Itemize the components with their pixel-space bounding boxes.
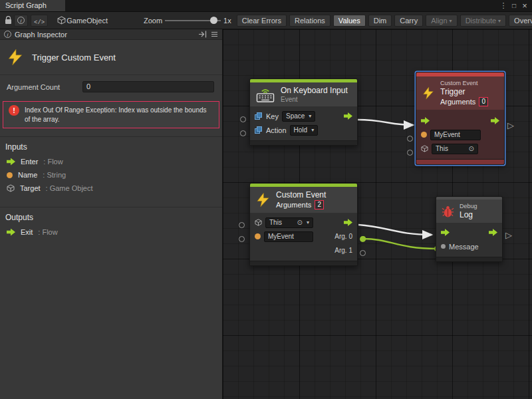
zoom-slider[interactable]	[165, 15, 221, 27]
node-on-keyboard-input[interactable]: On Keyboard Input Event Key Space Action…	[249, 78, 358, 146]
flow-input-port[interactable]	[421, 117, 430, 124]
gameobject-label[interactable]: GameObject	[66, 17, 108, 25]
flow-input-port[interactable]	[441, 229, 450, 236]
message-row: Message	[436, 239, 502, 253]
target-picker-icon[interactable]: ⊙	[297, 218, 303, 227]
error-icon	[9, 105, 19, 116]
graph-inspector-panel: Graph Inspector Trigger Custom Event Arg…	[0, 29, 223, 399]
string-port-icon	[7, 172, 13, 178]
trigger-run-indicator[interactable]	[507, 121, 514, 130]
panel-menu-icon[interactable]	[211, 31, 218, 38]
arg0-output-port[interactable]	[360, 236, 366, 242]
window-menu-icon[interactable]	[498, 1, 509, 11]
flow-arrow-icon	[7, 158, 15, 166]
action-value-port[interactable]	[240, 130, 246, 136]
port-type: : Flow	[43, 158, 63, 166]
port-row-target: Target : Game Object	[7, 184, 215, 192]
customevent-name-port[interactable]	[239, 236, 245, 242]
port-name: Enter	[21, 158, 38, 166]
gameobject-cube-icon[interactable]	[421, 145, 428, 152]
lightning-bolt-icon	[7, 49, 24, 66]
node-title: Trigger	[440, 87, 488, 96]
argument-count-row: Argument Count 0	[0, 75, 222, 96]
key-type-icon	[255, 112, 263, 120]
arguments-label: Arguments	[276, 201, 311, 209]
clear-errors-button[interactable]: Clear Errors	[237, 15, 287, 27]
error-message-text: Index Out Of Range Exception: Index was …	[25, 105, 213, 124]
event-name-field[interactable]: MyEvent	[430, 130, 481, 140]
string-port-icon[interactable]	[255, 233, 261, 239]
relations-button[interactable]: Relations	[289, 15, 331, 27]
target-picker-icon[interactable]: ⊙	[469, 144, 474, 154]
graph-toolbar: GameObject Zoom 1x Clear Errors Relation…	[0, 12, 532, 29]
zoom-label: Zoom	[144, 17, 162, 25]
target-field[interactable]: This⊙	[432, 144, 478, 154]
arguments-count-field[interactable]: 2	[315, 200, 324, 209]
arguments-count-field[interactable]: 0	[479, 97, 488, 106]
node-body: Key Space Action Hold	[250, 106, 357, 140]
node-header: Custom Event Arguments 2	[250, 187, 357, 213]
argument-count-input[interactable]: 0	[82, 81, 214, 92]
message-port-icon[interactable]	[441, 244, 446, 249]
distribute-dropdown[interactable]: Distribute	[460, 15, 506, 27]
dim-button[interactable]: Dim	[368, 15, 392, 27]
dock-icon[interactable]	[199, 31, 207, 38]
flow-row	[436, 225, 502, 239]
key-dropdown[interactable]: Space	[282, 111, 315, 122]
flow-output-port[interactable]	[344, 219, 352, 226]
gameobject-cube-icon[interactable]	[255, 219, 262, 226]
event-name-field[interactable]: MyEvent	[264, 231, 313, 242]
action-label: Action	[266, 126, 287, 134]
port-name: Target	[20, 184, 41, 192]
node-body: MyEvent This⊙	[416, 110, 504, 159]
inspector-header-title: Graph Inspector	[15, 31, 67, 39]
carry-button[interactable]: Carry	[394, 15, 423, 27]
lock-icon[interactable]	[2, 15, 14, 27]
port-row-name: Name : String	[7, 171, 215, 179]
customevent-target-port[interactable]	[239, 222, 245, 228]
string-port-icon[interactable]	[421, 132, 427, 138]
action-dropdown[interactable]: Hold	[290, 125, 319, 136]
flow-output-port[interactable]	[491, 117, 499, 124]
lightning-bolt-icon	[255, 192, 271, 207]
overview-button[interactable]: Overview	[509, 15, 532, 27]
node-debug-log[interactable]: Debug Log Message	[436, 196, 503, 262]
port-type: : Game Object	[46, 184, 93, 192]
flow-arrow-icon	[7, 229, 15, 236]
trigger-output-port[interactable]	[344, 112, 352, 120]
node-header: On Keyboard Input Event	[250, 82, 357, 106]
node-body: This⊙ MyEvent Arg. 0 Arg. 1	[250, 213, 357, 261]
zoom-slider-knob[interactable]	[210, 17, 217, 24]
tab-script-graph[interactable]: Script Graph	[0, 0, 65, 11]
node-body: Message	[436, 223, 502, 257]
target-dropdown[interactable]: This⊙	[265, 217, 313, 228]
node-custom-event[interactable]: Custom Event Arguments 2 This⊙ MyEvent	[249, 183, 358, 266]
inspector-node-title: Trigger Custom Event	[32, 53, 116, 63]
values-button[interactable]: Values	[333, 15, 366, 27]
key-value-port[interactable]	[240, 116, 246, 122]
port-row-key: Key Space	[250, 109, 357, 123]
target-row: This⊙	[250, 215, 357, 229]
window-controls	[498, 0, 532, 11]
node-trigger-custom-event[interactable]: Custom Event Trigger Arguments 0 MyEvent	[416, 72, 505, 165]
inputs-header: Inputs	[5, 142, 217, 152]
inspector-toggle-button[interactable]	[14, 15, 28, 27]
maximize-icon[interactable]	[509, 1, 519, 11]
node-footer	[250, 140, 357, 145]
close-icon[interactable]	[519, 1, 530, 11]
tab-bar: Script Graph	[0, 0, 532, 12]
trigger-target-port[interactable]	[407, 150, 413, 156]
align-dropdown[interactable]: Align	[426, 15, 457, 27]
arg1-row: Arg. 1	[250, 243, 357, 257]
node-footer	[250, 261, 357, 265]
graph-canvas[interactable]: On Keyboard Input Event Key Space Action…	[223, 29, 532, 399]
debug-run-indicator[interactable]	[505, 231, 512, 239]
arg1-output-port[interactable]	[360, 250, 366, 256]
code-view-button[interactable]	[31, 15, 48, 27]
node-title: Log	[460, 210, 477, 219]
node-footer	[416, 159, 504, 164]
flow-output-port[interactable]	[489, 229, 497, 236]
trigger-name-port[interactable]	[407, 136, 413, 142]
flow-row	[416, 114, 504, 128]
inputs-section: Inputs Enter : Flow Name : String Target…	[0, 136, 222, 199]
